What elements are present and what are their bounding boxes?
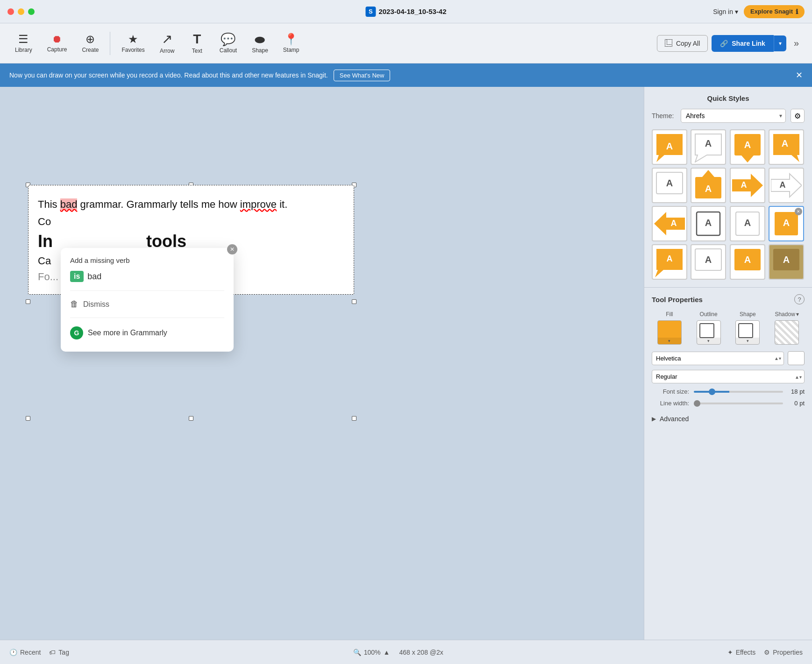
font-size-slider[interactable] (694, 391, 783, 393)
grammarly-see-more-row[interactable]: G See more in Grammarly (70, 323, 224, 343)
toolbar-shape[interactable]: ⬬ Shape (246, 29, 274, 57)
toolbar-library[interactable]: ☰ Library (9, 30, 38, 57)
line-width-slider[interactable] (694, 403, 783, 404)
fill-label: Fill (666, 311, 673, 318)
outline-prop: Outline ▾ (691, 311, 727, 345)
shape-swatch[interactable]: ▾ (735, 320, 760, 345)
callout-white-plain-icon: A (654, 170, 685, 201)
help-button[interactable]: ? (794, 294, 805, 304)
toolbar-create[interactable]: ⊕ Create (76, 30, 104, 57)
text-label: Text (192, 48, 202, 54)
toolbar-text[interactable]: T Text (184, 29, 210, 58)
traffic-lights (7, 8, 35, 15)
title-bar-center: S 2023-04-18_10-53-42 (365, 7, 446, 17)
copy-all-button[interactable]: ⿺ Copy All (657, 35, 708, 52)
close-button[interactable] (7, 8, 14, 15)
callout-orange-tail-icon: A (693, 170, 724, 201)
style-card-4[interactable]: A (769, 129, 804, 165)
shadow-swatch[interactable] (775, 320, 799, 345)
toolbar-arrow[interactable]: ↗ Arrow (154, 29, 180, 58)
recent-icon: 🕐 (9, 649, 17, 656)
font-family-select[interactable]: Helvetica (652, 352, 784, 365)
canvas-area[interactable]: This bad grammar. Grammarly tells me how… (0, 87, 644, 640)
arrow-icon: ↗ (162, 33, 172, 46)
share-link-dropdown-button[interactable]: ▾ (774, 35, 786, 51)
theme-select[interactable]: Ahrefs (681, 109, 786, 123)
share-link-button[interactable]: 🔗 Share Link (712, 35, 774, 52)
style-card-11[interactable]: A (730, 206, 765, 241)
style-card-6[interactable]: A (691, 168, 726, 203)
style-card-1[interactable]: A (652, 129, 687, 165)
style-card-16[interactable]: A (769, 244, 804, 280)
notification-close-button[interactable]: ✕ (796, 70, 803, 80)
shadow-prop: Shadow ▾ (769, 311, 805, 345)
recent-button[interactable]: 🕐 Recent (9, 649, 41, 656)
toolbar-callout[interactable]: 💬 Callout (214, 29, 242, 57)
active-style-x-icon[interactable]: ✕ (795, 208, 802, 215)
svg-text:A: A (744, 218, 750, 228)
library-icon: ☰ (18, 34, 28, 45)
maximize-button[interactable] (28, 8, 35, 15)
svg-marker-5 (741, 155, 754, 162)
see-whats-new-button[interactable]: See What's New (334, 70, 391, 81)
style-card-3[interactable]: A (730, 129, 765, 165)
line-width-label: Line width: (652, 400, 689, 407)
toolbar-favorites[interactable]: ★ Favorites (116, 30, 150, 57)
advanced-row[interactable]: ▶ Advanced (652, 411, 805, 426)
text-in: In (38, 232, 53, 251)
callout-icon: 💬 (221, 33, 235, 45)
svg-text:A: A (741, 180, 747, 190)
properties-button[interactable]: ⚙ Properties (764, 649, 803, 656)
svg-marker-12 (702, 170, 714, 177)
zoom-control[interactable]: 🔍 100% ▲ (353, 649, 390, 656)
effects-button[interactable]: ✦ Effects (727, 649, 756, 656)
outline-swatch[interactable]: ▾ (697, 320, 721, 345)
handle-bottom-right[interactable] (352, 416, 356, 421)
tag-button[interactable]: 🏷 Tag (49, 649, 69, 656)
svg-text:A: A (779, 180, 785, 190)
style-card-15[interactable]: A (730, 244, 765, 280)
handle-bottom-middle[interactable] (189, 416, 193, 421)
bottom-bar: 🕐 Recent 🏷 Tag 🔍 100% ▲ 468 x 208 @2x ✦ … (0, 640, 812, 664)
style-card-8[interactable]: A (769, 168, 804, 203)
sign-in-button[interactable]: Sign in ▾ (713, 8, 738, 15)
notification-bar: Now you can draw on your screen while yo… (0, 64, 812, 87)
handle-middle-right[interactable] (352, 299, 356, 304)
handle-bottom-left[interactable] (26, 416, 30, 421)
toolbar-capture[interactable]: ⏺ Capture (42, 30, 73, 57)
style-card-10[interactable]: A (691, 206, 726, 241)
minimize-button[interactable] (18, 8, 24, 15)
fill-dropdown-icon[interactable]: ▾ (658, 338, 681, 344)
more-options-button[interactable]: » (790, 36, 803, 50)
font-style-select[interactable]: Regular (652, 370, 805, 383)
theme-settings-button[interactable]: ⚙ (791, 109, 805, 123)
style-card-7[interactable]: A (730, 168, 765, 203)
zoom-label: 100% (364, 649, 381, 656)
toolbar-stamp[interactable]: 📍 Stamp (278, 30, 305, 57)
tool-properties-header: Tool Properties ? (652, 294, 805, 304)
style-card-13[interactable]: A (652, 244, 687, 280)
text-color-swatch[interactable] (788, 351, 805, 365)
grammarly-dismiss-row[interactable]: 🗑 Dismiss (70, 296, 224, 313)
grammarly-popup-close[interactable]: ✕ (227, 244, 237, 254)
handle-middle-left[interactable] (26, 299, 30, 304)
fill-swatch[interactable]: ▾ (657, 320, 682, 345)
quick-styles-section: Quick Styles Theme: Ahrefs ▾ ⚙ (644, 87, 812, 288)
style-card-5[interactable]: A (652, 168, 687, 203)
font-row: Helvetica ▲▾ (652, 351, 805, 365)
style-card-9[interactable]: A (652, 206, 687, 241)
grammarly-logo: G (70, 326, 83, 339)
line-width-value: 0 pt (788, 400, 805, 407)
svg-marker-16 (771, 174, 802, 197)
style-card-12[interactable]: A ✕ (769, 206, 804, 241)
style-card-2[interactable]: A (691, 129, 726, 165)
svg-text:A: A (744, 140, 750, 150)
prop-columns: Fill ▾ Outline ▾ Shape (652, 311, 805, 345)
callout-brown-icon: A (771, 247, 802, 277)
tag-icon: 🏷 (49, 649, 56, 656)
toolbar-divider-1 (110, 32, 110, 55)
explore-snagit-button[interactable]: Explore Snagit ℹ (744, 5, 805, 18)
fill-prop: Fill ▾ (652, 311, 687, 345)
style-card-14[interactable]: A (691, 244, 726, 280)
main-area: This bad grammar. Grammarly tells me how… (0, 87, 812, 640)
